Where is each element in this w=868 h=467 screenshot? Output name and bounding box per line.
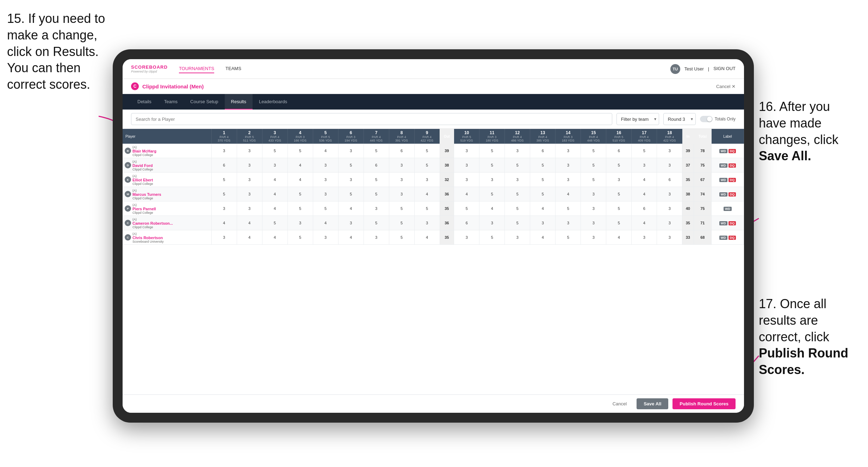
score-h9[interactable]: 3 xyxy=(414,173,440,187)
tab-teams[interactable]: Teams xyxy=(158,94,184,110)
score-h4[interactable]: 4 xyxy=(287,173,313,187)
score-h12[interactable]: 3 xyxy=(505,173,530,187)
score-h8[interactable]: 3 xyxy=(389,173,414,187)
score-h14[interactable]: 4 xyxy=(556,187,581,201)
score-h7[interactable]: 3 xyxy=(364,201,389,216)
score-h17[interactable]: 4 xyxy=(632,216,657,230)
score-h9[interactable]: 5 xyxy=(414,201,440,216)
score-h10[interactable]: 3 xyxy=(454,173,479,187)
score-h7[interactable]: 5 xyxy=(364,173,389,187)
tab-course-setup[interactable]: Course Setup xyxy=(184,94,225,110)
player-name[interactable]: David Ford xyxy=(132,163,153,168)
score-h14[interactable]: 3 xyxy=(556,216,581,230)
score-h2[interactable]: 4 xyxy=(237,216,262,230)
score-h6[interactable]: 3 xyxy=(338,216,364,230)
score-h16[interactable]: 6 xyxy=(606,144,632,158)
score-h15[interactable]: 3 xyxy=(581,187,606,201)
cancel-button[interactable]: Cancel xyxy=(607,398,632,409)
score-h3[interactable]: 5 xyxy=(262,216,287,230)
score-h15[interactable]: 3 xyxy=(581,230,606,245)
score-h6[interactable]: 4 xyxy=(338,201,364,216)
score-h7[interactable]: 6 xyxy=(364,158,389,173)
score-h14[interactable]: 3 xyxy=(556,144,581,158)
score-h15[interactable]: 5 xyxy=(581,144,606,158)
score-h6[interactable]: 4 xyxy=(338,230,364,245)
score-h12[interactable]: 3 xyxy=(505,144,530,158)
score-h8[interactable]: 3 xyxy=(389,187,414,201)
round-dropdown[interactable]: Round 3 xyxy=(663,113,696,125)
score-h2[interactable]: 3 xyxy=(237,187,262,201)
score-h13[interactable]: 4 xyxy=(530,230,556,245)
score-h9[interactable]: 5 xyxy=(414,158,440,173)
score-h3[interactable]: 4 xyxy=(262,230,287,245)
score-h1[interactable]: 3 xyxy=(211,230,237,245)
score-h18[interactable]: 3 xyxy=(657,201,682,216)
score-h7[interactable]: 3 xyxy=(364,230,389,245)
sign-out-link[interactable]: Sign out xyxy=(713,64,736,73)
score-h13[interactable]: 3 xyxy=(530,216,556,230)
score-h5[interactable]: 4 xyxy=(313,144,338,158)
nav-link-teams[interactable]: TEAMS xyxy=(225,64,241,73)
player-name[interactable]: Cameron Robertson... xyxy=(132,221,173,225)
score-h10[interactable]: 3 xyxy=(454,144,479,158)
score-h5[interactable]: 3 xyxy=(313,173,338,187)
score-h7[interactable]: 5 xyxy=(364,216,389,230)
score-h8[interactable]: 5 xyxy=(389,230,414,245)
score-h9[interactable]: 5 xyxy=(414,144,440,158)
score-h10[interactable]: 3 xyxy=(454,230,479,245)
score-h5[interactable]: 3 xyxy=(313,187,338,201)
nav-link-tournaments[interactable]: TOURNAMENTS xyxy=(179,64,214,73)
score-h13[interactable]: 4 xyxy=(530,201,556,216)
score-h11[interactable]: 4 xyxy=(479,201,505,216)
score-h17[interactable]: 3 xyxy=(632,230,657,245)
score-h14[interactable]: 5 xyxy=(556,230,581,245)
score-h14[interactable]: 3 xyxy=(556,158,581,173)
score-h16[interactable]: 5 xyxy=(606,216,632,230)
score-h3[interactable]: 4 xyxy=(262,187,287,201)
score-h10[interactable]: 4 xyxy=(454,187,479,201)
score-h4[interactable]: 5 xyxy=(287,144,313,158)
save-all-button[interactable]: Save All xyxy=(637,398,668,409)
score-h12[interactable]: 5 xyxy=(505,187,530,201)
score-h8[interactable]: 6 xyxy=(389,144,414,158)
score-h1[interactable]: 3 xyxy=(211,201,237,216)
score-h6[interactable]: 3 xyxy=(338,173,364,187)
score-h8[interactable]: 5 xyxy=(389,216,414,230)
score-h7[interactable]: 5 xyxy=(364,187,389,201)
score-h5[interactable]: 4 xyxy=(313,216,338,230)
score-h11[interactable]: 5 xyxy=(479,187,505,201)
tab-leaderboards[interactable]: Leaderboards xyxy=(253,94,293,110)
score-h3[interactable]: 3 xyxy=(262,158,287,173)
score-h5[interactable]: 3 xyxy=(313,230,338,245)
score-h18[interactable]: 3 xyxy=(657,187,682,201)
tab-results[interactable]: Results xyxy=(225,94,253,110)
score-h14[interactable]: 3 xyxy=(556,173,581,187)
score-h12[interactable]: 3 xyxy=(505,230,530,245)
score-h7[interactable]: 5 xyxy=(364,144,389,158)
score-h18[interactable]: 3 xyxy=(657,230,682,245)
score-h5[interactable]: 3 xyxy=(313,158,338,173)
score-h13[interactable]: 5 xyxy=(530,187,556,201)
score-h8[interactable]: 5 xyxy=(389,201,414,216)
score-h2[interactable]: 3 xyxy=(237,173,262,187)
score-h18[interactable]: 6 xyxy=(657,173,682,187)
filter-team-dropdown[interactable]: Filter by team xyxy=(616,113,659,125)
score-h4[interactable]: 5 xyxy=(287,201,313,216)
score-h11[interactable]: 5 xyxy=(479,158,505,173)
score-h13[interactable]: 5 xyxy=(530,173,556,187)
score-h2[interactable]: 3 xyxy=(237,158,262,173)
score-h11[interactable]: 5 xyxy=(479,230,505,245)
score-h15[interactable]: 3 xyxy=(581,201,606,216)
score-h12[interactable]: 5 xyxy=(505,201,530,216)
score-h2[interactable]: 3 xyxy=(237,144,262,158)
score-h9[interactable]: 3 xyxy=(414,216,440,230)
score-h18[interactable]: 3 xyxy=(657,216,682,230)
score-h15[interactable]: 3 xyxy=(581,216,606,230)
player-name[interactable]: Chris Robertson xyxy=(132,236,164,240)
cancel-tournament-btn[interactable]: Cancel ✕ xyxy=(716,84,736,89)
publish-button[interactable]: Publish Round Scores xyxy=(672,398,736,409)
score-h1[interactable]: 5 xyxy=(211,173,237,187)
score-h1[interactable]: 3 xyxy=(211,144,237,158)
score-h17[interactable]: 4 xyxy=(632,173,657,187)
score-h13[interactable]: 5 xyxy=(530,158,556,173)
